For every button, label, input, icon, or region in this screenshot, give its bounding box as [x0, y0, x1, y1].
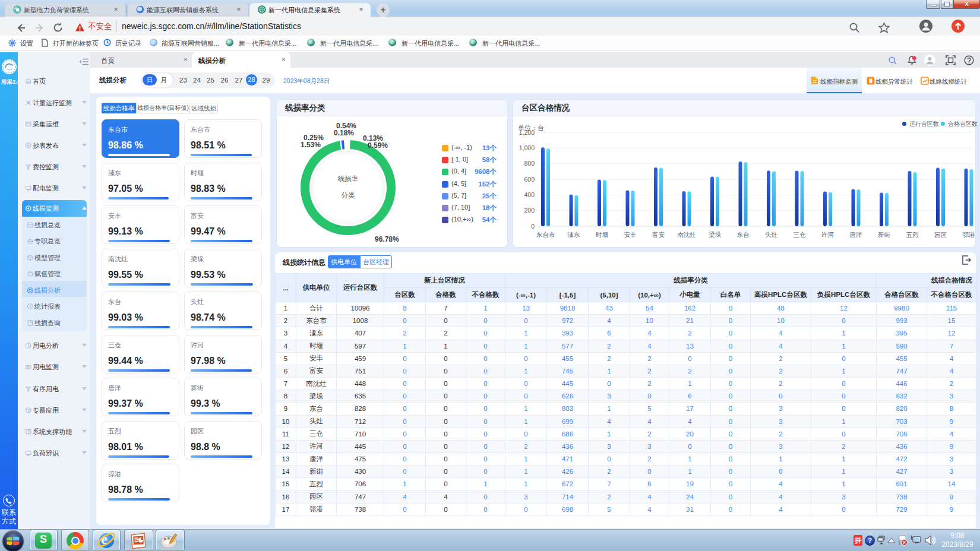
svg-text:溱东: 溱东 — [568, 231, 580, 238]
svg-text:梁垛: 梁垛 — [709, 231, 722, 238]
svg-text:富安: 富安 — [652, 231, 665, 238]
svg-text:园区: 园区 — [934, 231, 947, 238]
svg-text:五烈: 五烈 — [906, 231, 919, 238]
svg-text:头灶: 头灶 — [765, 231, 777, 238]
svg-text:东台市: 东台市 — [536, 231, 555, 238]
svg-text:唐洋: 唐洋 — [850, 231, 863, 238]
svg-text:800: 800 — [524, 160, 535, 167]
svg-text:1,000: 1,000 — [519, 144, 535, 151]
svg-text:600: 600 — [524, 176, 535, 183]
svg-text:许河: 许河 — [821, 231, 834, 238]
svg-text:时堰: 时堰 — [596, 231, 609, 238]
svg-text:弶港: 弶港 — [963, 231, 976, 238]
svg-text:0: 0 — [531, 223, 535, 230]
svg-text:400: 400 — [524, 191, 535, 198]
svg-text:安丰: 安丰 — [624, 231, 637, 238]
svg-text:200: 200 — [524, 207, 535, 214]
svg-text:1,200: 1,200 — [519, 129, 535, 136]
svg-text:南沈灶: 南沈灶 — [677, 231, 696, 238]
svg-text:三仓: 三仓 — [794, 231, 807, 238]
svg-text:东台: 东台 — [737, 231, 750, 238]
svg-text:新街: 新街 — [878, 231, 890, 238]
